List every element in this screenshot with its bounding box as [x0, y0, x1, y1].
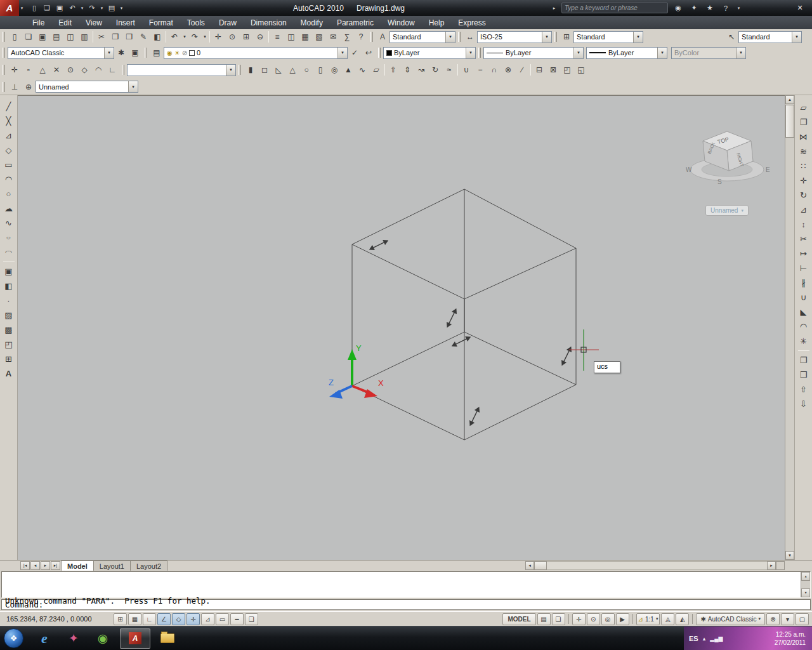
- color-edges-button[interactable]: ◰: [560, 63, 574, 76]
- color-caret-icon[interactable]: ▾: [466, 48, 475, 58]
- scroll-down-button[interactable]: ▾: [785, 551, 794, 560]
- search-history-caret-icon[interactable]: ▸: [551, 3, 557, 14]
- cylinder-button[interactable]: ▯: [313, 63, 327, 76]
- ucs-button[interactable]: ⊥: [8, 81, 22, 93]
- wedge-button[interactable]: ◺: [272, 63, 285, 76]
- erase-button[interactable]: ▱: [796, 100, 811, 115]
- snap-perpendicular-button[interactable]: ∟: [105, 63, 119, 76]
- ucs-name-combo[interactable]: Unnamed ▾: [36, 81, 138, 93]
- interfere-button[interactable]: ⊗: [501, 63, 515, 76]
- viewcube-view-name-caret-icon[interactable]: ▾: [741, 208, 743, 213]
- showmotion-button[interactable]: ▶: [616, 613, 629, 625]
- quick-view-drawings-button[interactable]: ❏: [552, 613, 565, 625]
- extrude-button[interactable]: ⇧: [386, 63, 400, 76]
- menu-tools[interactable]: Tools: [180, 16, 212, 29]
- layer-combo[interactable]: ◉ ☀ ⊘ 0 ▾: [164, 47, 348, 59]
- join-button[interactable]: ∪: [796, 290, 811, 305]
- reference-name-combo[interactable]: ▾: [127, 64, 236, 76]
- menu-view[interactable]: View: [79, 16, 109, 29]
- ducs-toggle-button[interactable]: ⊿: [201, 613, 214, 625]
- revision-cloud-button[interactable]: ☁: [1, 201, 16, 216]
- quick-properties-toggle-button[interactable]: ❑: [245, 613, 258, 625]
- union-button[interactable]: ∪: [459, 63, 473, 76]
- vertical-scrollbar[interactable]: ▴ ▾: [785, 95, 794, 560]
- lineweight-caret-icon[interactable]: ▾: [657, 48, 667, 58]
- autocad-menu-browser-logo[interactable]: A: [0, 0, 19, 16]
- presspull-button[interactable]: ⇕: [400, 63, 414, 76]
- menu-file[interactable]: File: [25, 16, 51, 29]
- text-style-caret-icon[interactable]: ▾: [445, 32, 455, 43]
- make-object-layer-current-button[interactable]: ✓: [348, 46, 362, 59]
- menu-window[interactable]: Window: [381, 16, 422, 29]
- construction-line-button[interactable]: ╳: [1, 114, 16, 128]
- multileader-style-combo[interactable]: Standard ▾: [738, 31, 802, 43]
- revolve-button[interactable]: ↻: [428, 63, 442, 76]
- snap-tangent-button[interactable]: ◠: [91, 63, 105, 76]
- toolbar-grip[interactable]: [554, 32, 557, 42]
- toolbar-grip[interactable]: [478, 48, 481, 58]
- polar-toggle-button[interactable]: ∠: [157, 613, 171, 625]
- insert-block-button[interactable]: ▣: [1, 264, 16, 279]
- chamfer-button[interactable]: ◣: [796, 305, 811, 319]
- toolbar-grip[interactable]: [239, 65, 241, 75]
- snap-midpoint-button[interactable]: △: [36, 63, 49, 76]
- designcenter-button[interactable]: ◫: [284, 30, 298, 43]
- bring-above-button[interactable]: ⇧: [796, 382, 811, 397]
- point-button[interactable]: ·: [1, 293, 16, 308]
- mirror-button[interactable]: ⋈: [796, 129, 811, 144]
- menu-draw[interactable]: Draw: [212, 16, 244, 29]
- qat-redo-caret-icon[interactable]: ▾: [99, 3, 105, 14]
- menu-help[interactable]: Help: [422, 16, 452, 29]
- publish-button[interactable]: ▥: [77, 30, 91, 43]
- slice-button[interactable]: ∕: [515, 63, 529, 76]
- clean-screen-button[interactable]: ▢: [796, 613, 809, 625]
- layer-freeze-icon[interactable]: ☀: [174, 50, 180, 56]
- toolbar-grip[interactable]: [122, 65, 124, 75]
- tab-layout2[interactable]: Layout2: [130, 560, 167, 571]
- status-bar-menu-button[interactable]: ▾: [781, 613, 794, 625]
- make-block-button[interactable]: ◧: [1, 279, 16, 293]
- properties-palette-button[interactable]: ≡: [270, 30, 284, 43]
- model-space-button[interactable]: MODEL: [502, 613, 535, 625]
- table-button[interactable]: ⊞: [1, 352, 16, 366]
- scroll-up-button[interactable]: ▴: [785, 95, 794, 104]
- planar-surface-button[interactable]: ▱: [369, 63, 383, 76]
- plot-button[interactable]: ▤: [49, 30, 63, 43]
- grid-toggle-button[interactable]: ▦: [128, 613, 141, 625]
- next-tab-button[interactable]: ▸: [41, 561, 50, 570]
- compass-east-label[interactable]: E: [766, 166, 770, 173]
- search-input[interactable]: [561, 3, 668, 13]
- send-below-button[interactable]: ⇩: [796, 397, 811, 411]
- messenger-taskbar-icon[interactable]: ✦: [62, 629, 86, 648]
- intersect-button[interactable]: ∩: [487, 63, 501, 76]
- quick-view-layouts-button[interactable]: ▤: [537, 613, 551, 625]
- toolbar-lock-button[interactable]: ⊗: [766, 613, 780, 625]
- send-to-back-button[interactable]: ❒: [796, 368, 811, 382]
- annotation-scale-button[interactable]: ⊿ 1:1 ▾: [636, 613, 660, 625]
- dim-style-combo[interactable]: ISO-25 ▾: [477, 31, 552, 43]
- drawing-canvas[interactable]: Y X Z W S E TOP RIGHT BACK: [18, 95, 785, 560]
- dynamic-input-toggle-button[interactable]: ▭: [216, 613, 229, 625]
- scale-button[interactable]: ⊿: [796, 202, 811, 217]
- hatch-button[interactable]: ▨: [1, 308, 16, 322]
- break-button[interactable]: ∦: [796, 275, 811, 290]
- sweep-button[interactable]: ↝: [414, 63, 428, 76]
- snap-quadrant-button[interactable]: ◇: [77, 63, 91, 76]
- sheet-set-manager-button[interactable]: ▧: [312, 30, 326, 43]
- autocad-taskbar-button[interactable]: A: [120, 628, 150, 649]
- polyline-button[interactable]: ⊿: [1, 128, 16, 143]
- previous-tab-button[interactable]: ◂: [30, 561, 40, 570]
- menu-dimension[interactable]: Dimension: [244, 16, 294, 29]
- cone-button[interactable]: △: [285, 63, 299, 76]
- tab-model[interactable]: Model: [61, 560, 94, 571]
- taskbar-clock[interactable]: 12:25 a.m. 27/02/2011: [775, 630, 807, 647]
- face-grip-arrows[interactable]: [368, 238, 574, 428]
- zoom-previous-button[interactable]: ⊖: [253, 30, 267, 43]
- zoom-window-button[interactable]: ⊞: [239, 30, 253, 43]
- scroll-left-button[interactable]: ◂: [525, 561, 534, 570]
- layer-previous-button[interactable]: ↩: [362, 46, 376, 59]
- wireframe-box[interactable]: [352, 189, 576, 440]
- multiline-text-button[interactable]: A: [1, 366, 16, 381]
- linetype-combo[interactable]: ByLayer ▾: [483, 47, 584, 59]
- favorites-star-icon[interactable]: ★: [704, 3, 716, 14]
